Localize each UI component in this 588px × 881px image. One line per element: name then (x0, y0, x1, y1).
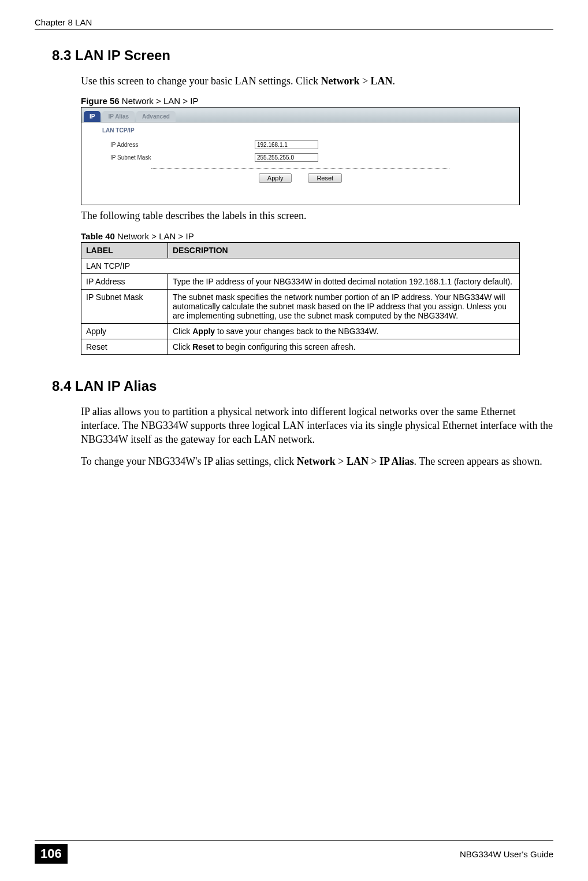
intro-period: . (393, 75, 396, 87)
cell-reset-label: Reset (81, 339, 168, 354)
table-number: Table 40 (81, 231, 115, 241)
section-8-4-p2: To change your NBG334W's IP alias settin… (81, 454, 553, 468)
section-8-4-heading: 8.4 LAN IP Alias (52, 378, 553, 394)
p2-gt1: > (336, 456, 347, 467)
cell-reset-desc: Click Reset to begin configuring this sc… (168, 339, 520, 354)
col-description: DESCRIPTION (168, 242, 520, 258)
table-row: Apply Click Apply to save your changes b… (81, 323, 520, 339)
page-number: 106 (35, 844, 68, 864)
tab-advanced[interactable]: Advanced (136, 111, 176, 122)
figure-caption: Figure 56 Network > LAN > IP (81, 96, 553, 106)
figure-56-ui: IP IP Alias Advanced LAN TCP/IP IP Addre… (81, 107, 520, 205)
p2-lan: LAN (347, 456, 369, 467)
apply-desc-post: to save your changes back to the NBG334W… (215, 327, 378, 336)
page-footer: 106 NBG334W User's Guide (35, 840, 553, 864)
tab-ip[interactable]: IP (84, 111, 101, 122)
intro-network-bold: Network (321, 75, 359, 87)
tab-ip-alias[interactable]: IP Alias (102, 111, 135, 122)
ip-address-input[interactable] (255, 140, 318, 149)
cell-apply-label: Apply (81, 323, 168, 339)
intro-lan-bold: LAN (371, 75, 393, 87)
reset-desc-post: to begin configuring this screen afresh. (214, 342, 355, 351)
chapter-title: Chapter 8 LAN (35, 17, 92, 27)
apply-desc-bold: Apply (192, 327, 215, 336)
table-title: Network > LAN > IP (115, 231, 194, 241)
intro-gt: > (359, 75, 370, 87)
table-row: IP Subnet Mask The subnet mask specifies… (81, 289, 520, 323)
cell-ip-address-desc: Type the IP address of your NBG334W in d… (168, 273, 520, 289)
section-8-3-heading: 8.3 LAN IP Screen (52, 47, 553, 64)
section-8-4-p1: IP alias allows you to partition a physi… (81, 405, 553, 447)
intro-text: Use this screen to change your basic LAN… (81, 75, 321, 87)
panel-title: LAN TCP/IP (87, 123, 513, 138)
ip-address-label: IP Address (110, 142, 255, 148)
p2-network: Network (297, 456, 336, 467)
table-row: IP Address Type the IP address of your N… (81, 273, 520, 289)
subnet-mask-row: IP Subnet Mask (87, 151, 513, 164)
subnet-mask-input[interactable] (255, 153, 318, 162)
reset-button[interactable]: Reset (308, 173, 342, 183)
reset-desc-pre: Click (173, 342, 192, 351)
p2-ipalias: IP Alias (379, 456, 414, 467)
table-header-row: LABEL DESCRIPTION (81, 242, 520, 258)
p2-post: . The screen appears as shown. (414, 456, 542, 467)
subnet-mask-label: IP Subnet Mask (110, 154, 255, 161)
lan-tcpip-panel: LAN TCP/IP IP Address IP Subnet Mask App… (81, 123, 519, 188)
button-row: Apply Reset (87, 173, 513, 183)
cell-apply-desc: Click Apply to save your changes back to… (168, 323, 520, 339)
table-row: Reset Click Reset to begin configuring t… (81, 339, 520, 354)
section-8-3-intro: Use this screen to change your basic LAN… (81, 74, 553, 88)
p2-gt2: > (369, 456, 379, 467)
reset-desc-bold: Reset (192, 342, 214, 351)
table-row: LAN TCP/IP (81, 258, 520, 273)
page-header: Chapter 8 LAN (35, 17, 553, 30)
apply-desc-pre: Click (173, 327, 192, 336)
tab-bar: IP IP Alias Advanced (81, 108, 519, 123)
cell-lan-tcpip: LAN TCP/IP (81, 258, 520, 273)
table-caption: Table 40 Network > LAN > IP (81, 231, 553, 241)
p2-pre: To change your NBG334W's IP alias settin… (81, 456, 297, 467)
table-40: LABEL DESCRIPTION LAN TCP/IP IP Address … (81, 242, 520, 355)
figure-title: Network > LAN > IP (120, 96, 199, 106)
table-intro: The following table describes the labels… (81, 209, 553, 223)
cell-ip-address-label: IP Address (81, 273, 168, 289)
apply-button[interactable]: Apply (259, 173, 292, 183)
separator-dots (151, 168, 450, 169)
figure-number: Figure 56 (81, 96, 120, 106)
ip-address-row: IP Address (87, 138, 513, 151)
guide-title: NBG334W User's Guide (460, 849, 553, 859)
cell-subnet-label: IP Subnet Mask (81, 289, 168, 323)
col-label: LABEL (81, 242, 168, 258)
cell-subnet-desc: The subnet mask specifies the network nu… (168, 289, 520, 323)
